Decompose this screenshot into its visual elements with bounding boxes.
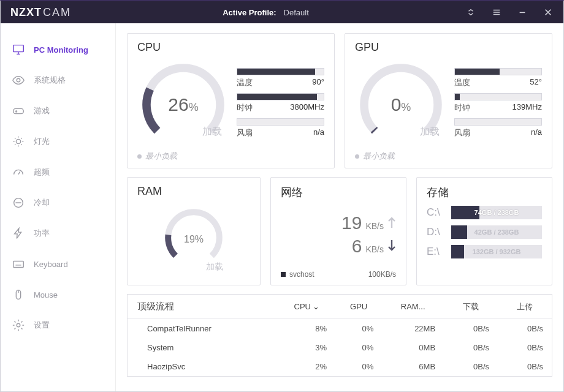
eye-icon [12,74,25,87]
svg-point-3 [16,139,20,143]
drive-row[interactable]: D:\42GB / 238GB [427,225,542,239]
svg-rect-2 [13,108,24,113]
sidebar-item-label: 灯光 [34,136,50,147]
monitor-icon [12,43,25,56]
sidebar-item-8[interactable]: Mouse [1,279,115,310]
sidebar-item-5[interactable]: 冷却 [1,187,115,218]
gamepad-icon [12,104,25,118]
network-top-process: svchost [281,270,314,279]
keyboard-icon [12,257,25,271]
close-button[interactable] [538,1,558,23]
gpu-card[interactable]: GPU 0% 加载 温度52°时钟139MHz风扇n/a 最小负载 [345,33,552,168]
active-profile-label: Active Profile: [223,8,276,17]
cpu-title: CPU [137,41,324,54]
profile-updown-icon[interactable] [460,1,481,23]
arrow-down-icon [387,239,396,252]
svg-point-7 [17,323,20,327]
network-upload: 19KB/s [281,213,396,233]
sidebar-item-9[interactable]: 设置 [1,310,115,341]
storage-card[interactable]: 存储 C:\74GB / 238GBD:\42GB / 238GBE:\132G… [416,177,552,285]
sidebar-item-6[interactable]: 功率 [1,218,115,249]
sidebar-item-7[interactable]: Keyboard [1,249,115,279]
bolt-icon [12,227,25,240]
table-row[interactable]: CompatTelRunner8%0%22MB0B/s0B/s [128,319,552,339]
svg-rect-5 [13,261,24,267]
process-col[interactable]: CPU⌄ [278,295,335,319]
mouse-icon [12,288,25,301]
titlebar: NZXTCAM Active Profile: Default [1,1,563,23]
gauge-icon [12,165,25,179]
metric-row: 时钟139MHz [454,93,542,113]
sun-icon [12,135,25,148]
sidebar-item-label: 设置 [34,320,50,331]
circle-icon [12,196,25,209]
arrow-up-icon [387,216,396,229]
gear-icon [12,318,25,332]
cpu-foot: 最小负载 [137,151,324,162]
metric-row: 风扇n/a [454,118,542,138]
sidebar-item-label: Keyboard [34,260,68,269]
sidebar: PC Monitoring系统规格游戏灯光超频冷却功率KeyboardMouse… [1,23,116,392]
table-row[interactable]: HaozipSvc2%0%6MB0B/s0B/s [128,357,552,376]
table-row[interactable]: System3%0%0MB0B/s0B/s [128,338,552,357]
gpu-title: GPU [355,41,542,54]
network-card[interactable]: 网络 19KB/s 6KB/s svchost 100KB/s [270,177,406,285]
storage-title: 存储 [427,185,542,200]
sidebar-item-label: Mouse [34,290,58,300]
network-download: 6KB/s [281,236,396,257]
brand: NZXTCAM [6,6,71,19]
sidebar-item-3[interactable]: 灯光 [1,126,115,157]
active-profile-value: Default [284,8,309,17]
metric-row: 时钟3800MHz [237,93,324,113]
sidebar-item-4[interactable]: 超频 [1,157,115,187]
ram-card[interactable]: RAM 19% 加载 [127,177,261,285]
ram-dial: 19% 加载 [137,199,250,279]
sidebar-item-2[interactable]: 游戏 [1,96,115,126]
sidebar-item-label: 超频 [34,167,50,178]
drive-row[interactable]: C:\74GB / 238GB [427,206,542,219]
sidebar-item-label: PC Monitoring [34,45,88,55]
network-title: 网络 [281,185,396,200]
process-table: 顶级流程CPU⌄GPURAM...下载上传 CompatTelRunner8%0… [128,295,552,376]
active-profile[interactable]: Active Profile: Default [223,8,309,17]
process-col[interactable]: GPU [335,295,382,319]
metric-row: 温度52° [454,68,542,88]
sidebar-item-label: 游戏 [34,105,50,116]
sidebar-item-label: 功率 [34,228,50,239]
svg-rect-0 [13,45,24,52]
metric-row: 风扇n/a [237,118,324,138]
processes-card[interactable]: 顶级流程CPU⌄GPURAM...下载上传 CompatTelRunner8%0… [127,294,552,377]
process-col[interactable]: RAM... [382,295,444,319]
sidebar-item-label: 系统规格 [34,75,66,86]
minimize-button[interactable] [512,1,533,23]
gpu-dial: 0% 加载 [355,59,447,151]
network-top-rate: 100KB/s [368,270,396,279]
metric-row: 温度90° [237,68,324,88]
cpu-dial: 26% 加载 [137,59,229,151]
process-title: 顶级流程 [128,295,278,319]
sidebar-item-label: 冷却 [34,197,50,208]
gpu-foot: 最小负载 [355,151,542,162]
cpu-card[interactable]: CPU 26% 加载 温度90°时钟3800MHz风扇n/a 最小负载 [127,33,335,168]
process-col[interactable]: 上传 [498,295,552,319]
ram-title: RAM [137,185,250,198]
chevron-down-icon: ⌄ [313,302,319,311]
drive-row[interactable]: E:\132GB / 932GB [427,245,542,258]
settings-lines-icon[interactable] [486,1,507,23]
process-col[interactable]: 下载 [444,295,498,319]
sidebar-item-0[interactable]: PC Monitoring [1,34,115,65]
svg-point-1 [17,78,20,82]
sidebar-item-1[interactable]: 系统规格 [1,65,115,96]
